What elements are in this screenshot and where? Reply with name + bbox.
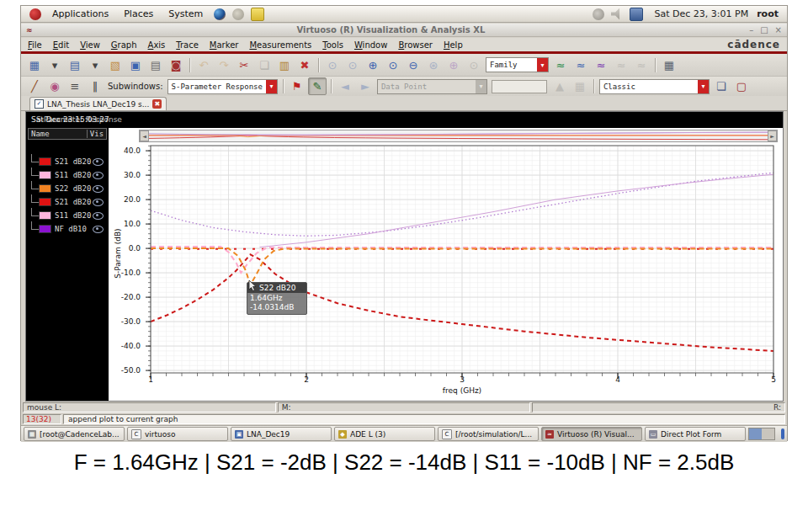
trace-color-swatch[interactable] (39, 184, 51, 193)
menu-trace[interactable]: Trace (176, 40, 199, 50)
legend-item[interactable]: S22 dB20 (28, 182, 107, 195)
copy-attributes-icon[interactable]: ❏ (712, 77, 731, 95)
datapoint-combo-caret-icon[interactable]: ▾ (476, 80, 486, 93)
taskbar-item-root-cadencelab[interactable]: ▦[root@CadenceLab... (24, 427, 125, 441)
style-combo[interactable]: Classic▾ (599, 79, 710, 94)
open-icon[interactable]: ▧ (106, 56, 125, 74)
taskbar-item-lna-dec19[interactable]: ▣LNA_Dec19 (231, 427, 332, 441)
volume-icon[interactable] (611, 8, 623, 20)
plot-family-icon[interactable]: ≈ (551, 56, 570, 74)
new-subwindow-caret-icon[interactable]: ▾ (86, 56, 104, 74)
tab-close-icon[interactable]: ✖ (152, 99, 162, 109)
copy-icon[interactable]: ❏ (255, 56, 274, 74)
legend-item[interactable]: S11 dB20 (28, 209, 107, 222)
zoom-next-icon[interactable]: ⊙ (343, 56, 362, 74)
calendar-icon[interactable]: ▦ (571, 77, 589, 95)
zoom-out-icon[interactable]: ⊖ (404, 56, 423, 74)
plot-composite-icon[interactable]: ≈ (592, 56, 610, 74)
menu-measurements[interactable]: Measurements (249, 40, 311, 50)
zoom-fit-icon[interactable]: ⊙ (384, 56, 402, 74)
workspace-pager[interactable] (748, 428, 775, 440)
minimize-button[interactable]: – (749, 25, 753, 35)
plot-eye-icon[interactable]: ≈ (612, 56, 630, 74)
calculator-icon[interactable]: ◉ (45, 77, 64, 95)
subwindows-combo-caret-icon[interactable]: ▾ (266, 80, 277, 93)
taskbar-item-virtuoso[interactable]: Cvirtuoso (127, 427, 228, 441)
menu-marker[interactable]: Marker (210, 40, 239, 50)
trace-color-swatch[interactable] (39, 211, 51, 220)
taskbar-item-virtuoso-r-visual[interactable]: ≈Virtuoso (R) Visual... (541, 427, 642, 441)
help-launcher-icon[interactable] (232, 8, 244, 20)
maximize-button[interactable]: □ (760, 25, 768, 35)
panel-user[interactable]: root (757, 8, 779, 19)
new-subwindow-icon[interactable]: ▤ (66, 56, 84, 74)
prev-point-icon[interactable]: ◄ (336, 77, 354, 95)
next-point-icon[interactable]: ► (356, 77, 375, 95)
redo-icon[interactable]: ↷ (215, 56, 233, 74)
family-combo-caret-icon[interactable]: ▾ (537, 58, 548, 72)
visibility-eye-icon[interactable] (93, 158, 104, 166)
plot-area[interactable]: ◄ ► S-Param (dB) 40.030.020.010.00.0-10.… (109, 128, 783, 401)
undo-icon[interactable]: ↶ (194, 56, 213, 74)
zoom-in-icon[interactable]: ⊕ (364, 56, 382, 74)
panel-clock[interactable]: Sat Dec 23, 3:01 PM (655, 8, 749, 19)
trace-color-swatch[interactable] (39, 198, 51, 206)
calibre-wand-icon[interactable]: ╱ (25, 77, 44, 95)
visibility-eye-icon[interactable] (93, 185, 104, 193)
menu-graph[interactable]: Graph (111, 40, 137, 50)
menu-edit[interactable]: Edit (53, 40, 69, 50)
cut-icon[interactable]: ✂ (235, 56, 253, 74)
menu-view[interactable]: View (80, 40, 100, 50)
workspace-2[interactable] (762, 428, 774, 439)
delete-icon[interactable]: ✖ (295, 56, 314, 74)
visibility-eye-icon[interactable] (93, 199, 104, 206)
plot-strip-icon[interactable]: ≈ (571, 56, 590, 74)
trash-icon[interactable] (781, 428, 784, 439)
distro-menu-icon[interactable] (29, 8, 41, 20)
workspace-1[interactable] (749, 428, 762, 439)
taskbar-item-root-simulation-l[interactable]: C[/root/simulation/L... (438, 427, 539, 441)
trace-color-swatch[interactable] (39, 171, 51, 179)
menu-window[interactable]: Window (354, 40, 387, 50)
layout-rows-icon[interactable]: ≡ (66, 77, 84, 95)
taskbar-item-ade-l-3[interactable]: ◆ADE L (3) (334, 427, 435, 441)
save-icon[interactable]: ▣ (126, 56, 145, 74)
visibility-eye-icon[interactable] (93, 212, 104, 220)
taskbar-item-direct-plot-form[interactable]: ▭Direct Plot Form (645, 427, 746, 441)
trace-color-swatch[interactable] (39, 157, 51, 166)
menu-file[interactable]: File (28, 40, 42, 50)
flag-icon[interactable]: ⚑ (288, 77, 306, 95)
browser-launcher-icon[interactable] (214, 8, 226, 20)
style-combo-caret-icon[interactable]: ▾ (698, 80, 709, 93)
menu-tools[interactable]: Tools (322, 40, 343, 50)
places-menu[interactable]: Places (124, 8, 153, 19)
plot-histogram-icon[interactable]: ≈ (632, 56, 651, 74)
applications-menu[interactable]: Applications (52, 8, 109, 19)
update-notifier-icon[interactable] (593, 8, 604, 20)
menu-browser[interactable]: Browser (398, 40, 433, 50)
new-window-caret-icon[interactable]: ▾ (45, 56, 64, 74)
layout-cols-icon[interactable]: ‖ (86, 77, 104, 95)
network-icon[interactable] (630, 8, 643, 21)
pan-icon[interactable]: ⊕ (444, 56, 463, 74)
paste-icon[interactable]: ▥ (275, 56, 294, 74)
datapoint-combo[interactable]: Data Point▾ (377, 79, 487, 94)
visibility-eye-icon[interactable] (93, 226, 104, 233)
menu-axis[interactable]: Axis (148, 40, 166, 50)
close-button[interactable]: × (775, 25, 782, 35)
system-menu[interactable]: System (168, 8, 203, 19)
zoom-prev-icon[interactable]: ⊙ (323, 56, 342, 74)
legend-item[interactable]: S11 dB20 (28, 168, 107, 182)
peak-icon[interactable]: ▲ (550, 77, 569, 95)
notes-launcher-icon[interactable] (251, 8, 264, 21)
snapshot-icon[interactable]: ◙ (167, 56, 185, 74)
trace-color-swatch[interactable] (39, 225, 51, 233)
print-icon[interactable]: ▤ (146, 56, 165, 74)
form-clear-icon[interactable]: ▢ (732, 77, 751, 95)
zoom-reset-icon[interactable]: ⊙ (465, 56, 483, 74)
annotate-icon[interactable]: ✎ (308, 77, 327, 95)
sparameter-chart[interactable] (144, 139, 780, 380)
table-icon[interactable]: ▦ (660, 56, 678, 74)
window-titlebar[interactable]: ≈ Virtuoso (R) Visualization & Analysis … (21, 24, 787, 37)
graph-tab[interactable]: ✓ LNA_Thesis LNA_Dec19 s... ✖ (29, 97, 167, 110)
